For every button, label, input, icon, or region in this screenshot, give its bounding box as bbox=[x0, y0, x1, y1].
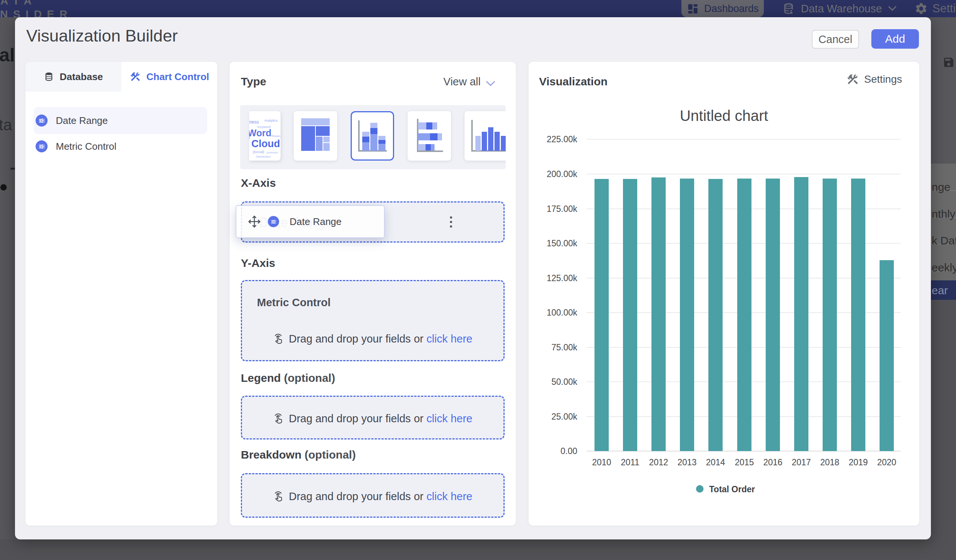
svg-text:2013: 2013 bbox=[677, 457, 697, 467]
svg-text:2019: 2019 bbox=[849, 457, 868, 467]
svg-text:2011: 2011 bbox=[621, 457, 639, 467]
svg-text:125.00k: 125.00k bbox=[547, 273, 577, 283]
svg-text:2020: 2020 bbox=[877, 457, 896, 467]
svg-text:2014: 2014 bbox=[706, 457, 725, 467]
svg-text:0.00: 0.00 bbox=[560, 446, 577, 456]
svg-text:2010: 2010 bbox=[592, 457, 611, 467]
svg-text:150.00k: 150.00k bbox=[547, 238, 577, 248]
svg-text:Total Order: Total Order bbox=[709, 485, 755, 494]
svg-text:2015: 2015 bbox=[734, 457, 754, 467]
svg-text:200.00k: 200.00k bbox=[547, 169, 577, 179]
svg-text:2017: 2017 bbox=[792, 457, 811, 467]
svg-text:75.00k: 75.00k bbox=[552, 342, 578, 352]
svg-text:225.00k: 225.00k bbox=[547, 134, 577, 144]
svg-text:175.00k: 175.00k bbox=[547, 204, 577, 214]
svg-text:100.00k: 100.00k bbox=[547, 308, 577, 317]
svg-text:2012: 2012 bbox=[649, 457, 668, 467]
svg-text:50.00k: 50.00k bbox=[552, 377, 578, 387]
svg-text:25.00k: 25.00k bbox=[552, 412, 578, 422]
svg-text:2018: 2018 bbox=[820, 457, 839, 467]
svg-text:2016: 2016 bbox=[763, 457, 782, 467]
